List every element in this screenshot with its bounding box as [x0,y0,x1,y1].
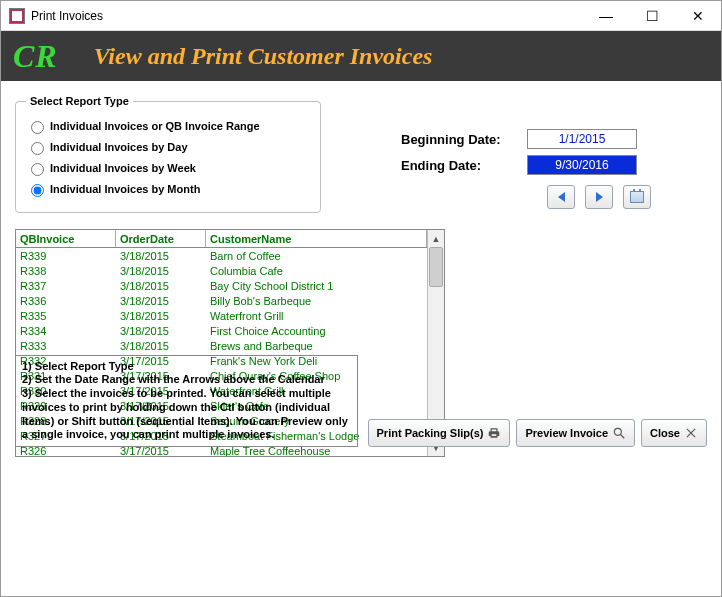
svg-line-1 [621,435,625,439]
calendar-icon [630,191,644,203]
cell-customer: Billy Bob's Barbeque [206,295,427,307]
svg-point-0 [614,428,621,435]
beginning-date-input[interactable] [527,129,637,149]
cell-invoice: R334 [16,325,116,337]
scroll-up-icon[interactable]: ▲ [428,230,444,247]
cell-customer: Bay City School District 1 [206,280,427,292]
report-type-legend: Select Report Type [26,95,133,107]
radio-by-day[interactable]: Individual Invoices by Day [26,139,310,155]
button-label: Print Packing Slip(s) [377,427,484,439]
cell-date: 3/18/2015 [116,280,206,292]
content-area: Select Report Type Individual Invoices o… [1,81,721,459]
table-row[interactable]: R3373/18/2015Bay City School District 1 [16,278,427,293]
col-header-date[interactable]: OrderDate [116,230,206,247]
cell-date: 3/18/2015 [116,250,206,262]
radio-label: Individual Invoices by Day [50,141,188,153]
arrow-right-icon [596,192,603,202]
minimize-button[interactable]: — [583,1,629,30]
cell-date: 3/18/2015 [116,310,206,322]
radio-label: Individual Invoices by Week [50,162,196,174]
instructions-box: 1) Select Report Type 2) Set the Date Ra… [15,355,358,448]
close-button[interactable]: Close [641,419,707,447]
radio-by-week-input[interactable] [31,163,44,176]
cell-customer: Brews and Barbeque [206,340,427,352]
arrow-left-icon [558,192,565,202]
window-title: Print Invoices [31,9,583,23]
cell-date: 3/18/2015 [116,325,206,337]
radio-label: Individual Invoices by Month [50,183,200,195]
page-title: View and Print Customer Invoices [94,43,433,70]
window-controls: — ☐ ✕ [583,1,721,30]
ending-date-input[interactable] [527,155,637,175]
cell-invoice: R337 [16,280,116,292]
maximize-button[interactable]: ☐ [629,1,675,30]
date-nav [401,185,691,209]
radio-by-week[interactable]: Individual Invoices by Week [26,160,310,176]
cell-date: 3/18/2015 [116,340,206,352]
ending-date-row: Ending Date: [401,155,691,175]
col-header-invoice[interactable]: QBInvoice [16,230,116,247]
instruction-line-2: 2) Set the Date Range with the Arrows ab… [22,373,351,387]
cell-date: 3/18/2015 [116,295,206,307]
radio-label: Individual Invoices or QB Invoice Range [50,120,260,132]
cell-customer: Columbia Cafe [206,265,427,277]
beginning-date-label: Beginning Date: [401,132,527,147]
button-label: Preview Invoice [525,427,608,439]
printer-icon [487,426,501,440]
instruction-line-1: 1) Select Report Type [22,360,351,374]
table-row[interactable]: R3353/18/2015Waterfront Grill [16,308,427,323]
radio-invoice-range[interactable]: Individual Invoices or QB Invoice Range [26,118,310,134]
col-header-customer[interactable]: CustomerName [206,230,427,247]
footer: 1) Select Report Type 2) Set the Date Ra… [15,355,707,448]
cell-invoice: R335 [16,310,116,322]
radio-invoice-range-input[interactable] [31,121,44,134]
magnifier-icon [612,426,626,440]
cell-customer: Barn of Coffee [206,250,427,262]
instruction-line-3: 3) Select the invoices to be printed. Yo… [22,387,351,442]
cell-invoice: R338 [16,265,116,277]
scroll-thumb[interactable] [429,247,443,287]
ending-date-label: Ending Date: [401,158,527,173]
calendar-button[interactable] [623,185,651,209]
button-row: Print Packing Slip(s) Preview Invoice Cl… [368,419,707,447]
cell-date: 3/18/2015 [116,265,206,277]
table-row[interactable]: R3333/18/2015Brews and Barbeque [16,338,427,353]
radio-by-month[interactable]: Individual Invoices by Month [26,181,310,197]
cell-customer: First Choice Accounting [206,325,427,337]
table-row[interactable]: R3343/18/2015First Choice Accounting [16,323,427,338]
radio-by-month-input[interactable] [31,184,44,197]
preview-invoice-button[interactable]: Preview Invoice [516,419,635,447]
radio-by-day-input[interactable] [31,142,44,155]
cell-invoice: R336 [16,295,116,307]
table-row[interactable]: R3383/18/2015Columbia Cafe [16,263,427,278]
beginning-date-row: Beginning Date: [401,129,691,149]
print-packing-slips-button[interactable]: Print Packing Slip(s) [368,419,511,447]
close-icon [684,426,698,440]
table-row[interactable]: R3393/18/2015Barn of Coffee [16,248,427,263]
brand-logo: CR [13,38,58,75]
date-panel: Beginning Date: Ending Date: [401,129,691,209]
date-prev-button[interactable] [547,185,575,209]
report-type-group: Select Report Type Individual Invoices o… [15,95,321,213]
cell-customer: Waterfront Grill [206,310,427,322]
title-bar: Print Invoices — ☐ ✕ [1,1,721,31]
cell-invoice: R333 [16,340,116,352]
button-label: Close [650,427,680,439]
table-row[interactable]: R3363/18/2015Billy Bob's Barbeque [16,293,427,308]
grid-header: QBInvoice OrderDate CustomerName [16,230,427,248]
close-window-button[interactable]: ✕ [675,1,721,30]
date-next-button[interactable] [585,185,613,209]
header-band: CR View and Print Customer Invoices [1,31,721,81]
cell-invoice: R339 [16,250,116,262]
app-icon [9,8,25,24]
